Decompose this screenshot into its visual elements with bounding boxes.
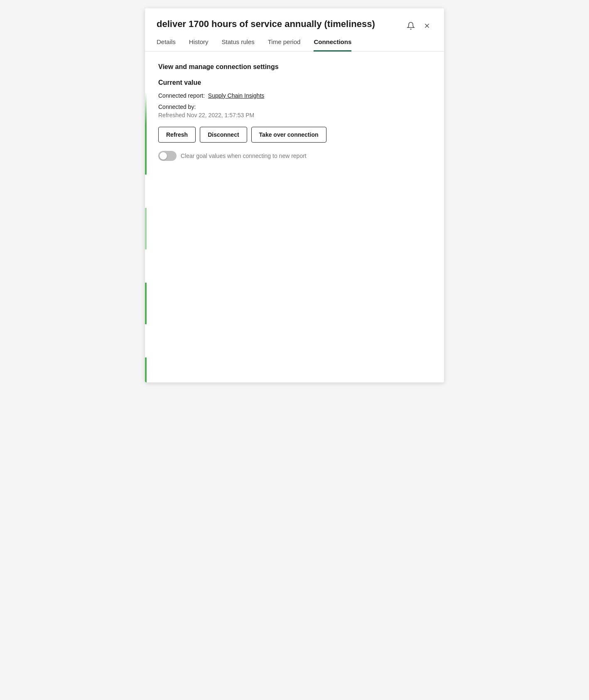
close-icon <box>423 22 431 30</box>
toggle-label: Clear goal values when connecting to new… <box>181 153 307 159</box>
connected-by-label: Connected by: <box>158 104 196 110</box>
bell-icon <box>407 22 415 30</box>
toggle-thumb <box>160 152 167 160</box>
toggle-track[interactable] <box>158 151 177 161</box>
toggle-row: Clear goal values when connecting to new… <box>158 151 432 161</box>
tab-history[interactable]: History <box>189 38 209 52</box>
tab-time-period[interactable]: Time period <box>268 38 301 52</box>
connected-report-row: Connected report: Supply Chain Insights <box>158 91 432 100</box>
panel-title: deliver 1700 hours of service annually (… <box>157 18 405 30</box>
section-description: View and manage connection settings <box>158 63 432 71</box>
header-icons <box>405 18 432 32</box>
current-value-heading: Current value <box>158 79 432 86</box>
panel-content: View and manage connection settings Curr… <box>145 52 444 173</box>
connected-report-label: Connected report: <box>158 92 205 99</box>
close-button[interactable] <box>422 20 432 31</box>
take-over-button[interactable]: Take over connection <box>251 127 326 143</box>
tab-details[interactable]: Details <box>157 38 176 52</box>
toggle-wrapper[interactable] <box>158 151 177 161</box>
tab-status-rules[interactable]: Status rules <box>222 38 255 52</box>
refreshed-text: Refreshed Nov 22, 2022, 1:57:53 PM <box>158 112 432 118</box>
connected-report-link[interactable]: Supply Chain Insights <box>208 92 264 99</box>
action-buttons-row: Refresh Disconnect Take over connection <box>158 127 432 143</box>
tabs-container: Details History Status rules Time period… <box>145 32 444 52</box>
tab-connections[interactable]: Connections <box>314 38 351 52</box>
refresh-button[interactable]: Refresh <box>158 127 196 143</box>
panel-header: deliver 1700 hours of service annually (… <box>145 8 444 32</box>
bell-button[interactable] <box>405 20 417 32</box>
panel: deliver 1700 hours of service annually (… <box>145 8 444 382</box>
disconnect-button[interactable]: Disconnect <box>200 127 247 143</box>
connected-by-row: Connected by: <box>158 104 432 110</box>
